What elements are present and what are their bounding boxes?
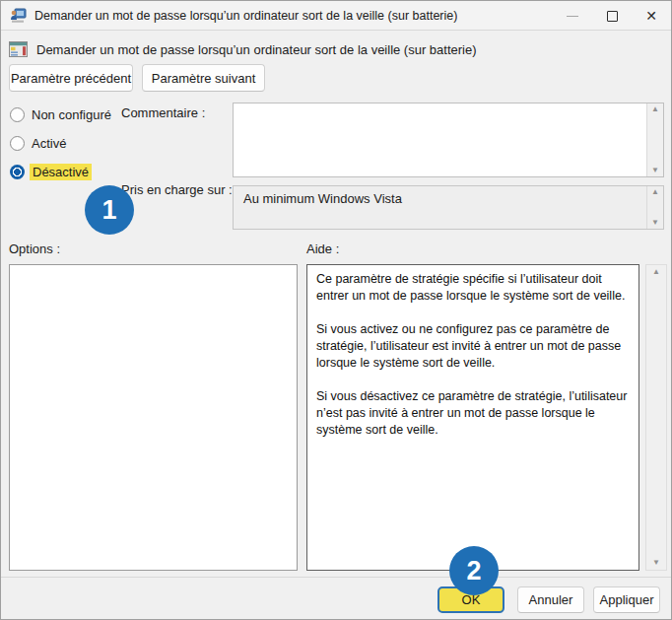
help-label: Aide : [306, 241, 339, 256]
options-label: Options : [9, 241, 60, 256]
radio-label: Activé [32, 136, 66, 151]
supported-scrollbar[interactable]: ▲ ▼ [646, 186, 663, 229]
help-paragraph: Si vous activez ou ne configurez pas ce … [316, 321, 630, 372]
setting-title: Demander un mot de passe lorsqu’un ordin… [36, 42, 477, 57]
scroll-up-icon[interactable]: ▲ [652, 268, 660, 276]
annotation-step-2-badge: 2 [449, 546, 499, 595]
radio-label-highlighted: Désactivé [30, 164, 92, 180]
next-setting-button[interactable]: Paramètre suivant [142, 64, 265, 92]
apply-button[interactable]: Appliquer [593, 586, 660, 613]
policy-setting-dialog: Demander un mot de passe lorsqu’un ordin… [0, 0, 672, 620]
radio-checked-icon [10, 165, 25, 179]
radio-disabled[interactable]: Désactivé [10, 164, 92, 180]
close-button[interactable]: ✕ [632, 1, 671, 31]
scroll-up-icon[interactable]: ▲ [651, 105, 659, 113]
minimize-button[interactable] [553, 1, 592, 31]
minimize-icon [567, 16, 578, 17]
radio-enabled[interactable]: Activé [10, 136, 66, 151]
scroll-down-icon[interactable]: ▼ [651, 167, 659, 174]
window-title: Demander un mot de passe lorsqu’un ordin… [34, 9, 457, 23]
scroll-down-icon[interactable]: ▼ [651, 219, 659, 227]
policy-setting-icon [9, 41, 28, 57]
window-controls: ✕ [553, 1, 671, 31]
help-scrollbar[interactable]: ▲ ▼ [645, 264, 667, 571]
annotation-step-1-badge: 1 [85, 185, 134, 235]
comment-text-area[interactable] [234, 103, 646, 176]
footer-divider [1, 577, 671, 578]
radio-icon [10, 136, 25, 151]
comment-scrollbar[interactable]: ▲ ▼ [646, 103, 663, 176]
options-panel [9, 264, 298, 571]
radio-icon [10, 107, 25, 122]
title-bar[interactable]: Demander un mot de passe lorsqu’un ordin… [1, 1, 671, 31]
radio-not-configured[interactable]: Non configuré [10, 107, 111, 122]
help-paragraph: Si vous désactivez ce paramètre de strat… [316, 388, 630, 439]
scroll-down-icon[interactable]: ▼ [652, 559, 660, 567]
app-icon [10, 8, 27, 24]
cancel-button[interactable]: Annuler [517, 586, 584, 613]
supported-on-value: Au minimum Windows Vista [234, 186, 646, 211]
radio-label: Non configuré [32, 107, 111, 122]
previous-setting-button[interactable]: Paramètre précédent [9, 64, 133, 92]
scroll-up-icon[interactable]: ▲ [651, 188, 659, 196]
supported-on-box: Au minimum Windows Vista ▲ ▼ [233, 185, 664, 230]
help-text-panel[interactable]: Ce paramètre de stratégie spécifie si l’… [306, 264, 639, 571]
setting-header: Demander un mot de passe lorsqu’un ordin… [9, 38, 477, 60]
maximize-button[interactable] [592, 1, 632, 31]
comment-textarea[interactable]: ▲ ▼ [233, 103, 664, 177]
maximize-icon [607, 11, 618, 22]
close-icon: ✕ [645, 9, 657, 23]
supported-on-label: Pris en charge sur : [121, 182, 233, 197]
comment-label: Commentaire : [121, 105, 205, 120]
help-paragraph: Ce paramètre de stratégie spécifie si l’… [316, 271, 630, 305]
